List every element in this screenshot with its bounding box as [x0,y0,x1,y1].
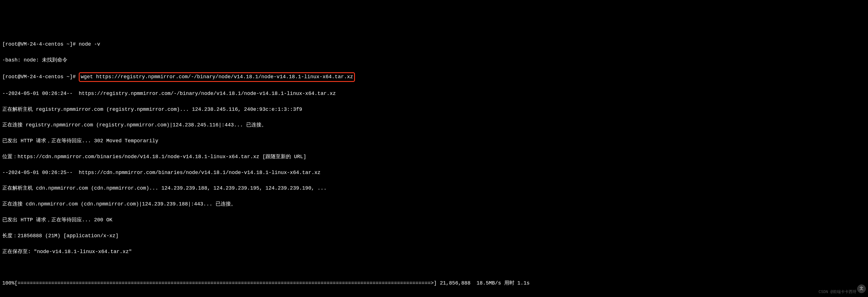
wget-output: 位置：https://cdn.npmmirror.com/binaries/no… [2,153,866,161]
command-node-version: node -v [79,41,100,47]
wget-output: 正在保存至: "node-v14.18.1-linux-x64.tar.xz" [2,248,866,256]
highlighted-wget-command: wget https://registry.npmmirror.com/-/bi… [79,72,355,82]
wget-output: 已发出 HTTP 请求，正在等待回应... 302 Moved Temporar… [2,137,866,145]
floating-icon[interactable]: 文 [857,285,866,293]
terminal-output[interactable]: [root@VM-24-4-centos ~]# node -v -bash: … [2,33,866,297]
wget-output: 正在连接 cdn.npmmirror.com (cdn.npmmirror.co… [2,200,866,208]
shell-prompt: [root@VM-24-4-centos ~]# [2,41,79,47]
wget-output: 长度：21856888 (21M) [application/x-xz] [2,232,866,240]
wget-output: 已发出 HTTP 请求，正在等待回应... 200 OK [2,216,866,224]
wget-output: 正在连接 registry.npmmirror.com (registry.np… [2,121,866,129]
progress-bar-fill: ========================================… [18,280,434,286]
wget-output: --2024-05-01 00:26:24-- https://registry… [2,90,866,98]
wget-output: 正在解析主机 registry.npmmirror.com (registry.… [2,106,866,114]
progress-stats: ] 21,856,888 18.5MB/s 用时 1.1s [434,280,529,286]
error-output: -bash: node: 未找到命令 [2,56,866,64]
shell-prompt: [root@VM-24-4-centos ~]# [2,74,79,80]
csdn-watermark: CSDN @前端卡卡西呀 [819,289,857,295]
wget-output: --2024-05-01 00:26:25-- https://cdn.npmm… [2,169,866,177]
progress-percent: 100%[ [2,280,18,286]
wget-output: 正在解析主机 cdn.npmmirror.com (cdn.npmmirror.… [2,184,866,192]
